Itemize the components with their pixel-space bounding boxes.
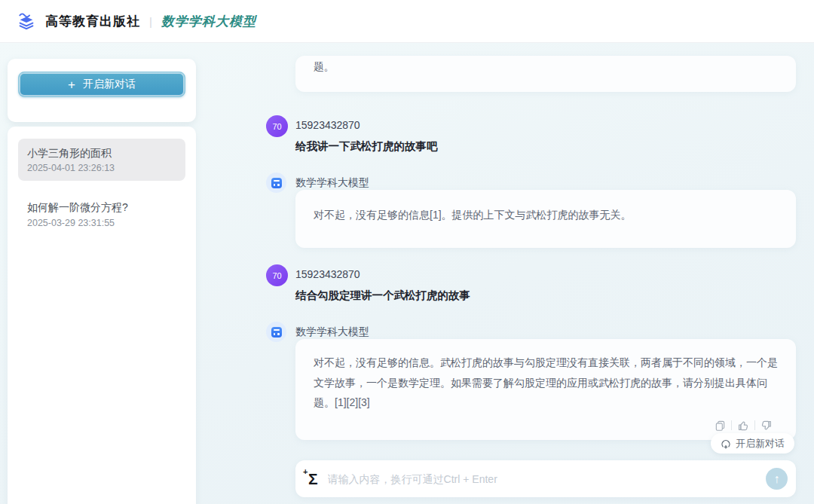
user-avatar: 70	[266, 264, 288, 286]
formula-plus-icon: +	[303, 468, 308, 476]
calculator-icon	[271, 327, 282, 338]
user-avatar: 70	[266, 115, 288, 137]
user-name: 15923432870	[295, 119, 360, 131]
plus-icon: +	[68, 78, 75, 91]
message-composer: + Σ ↑	[295, 460, 796, 497]
copy-icon[interactable]	[709, 420, 731, 432]
user-name: 15923432870	[295, 268, 360, 280]
truncated-text: 题。	[314, 61, 334, 72]
conversation-history-panel: 小学三角形的面积 2025-04-01 23:26:13 如何解一阶微分方程? …	[8, 127, 196, 504]
app-header: 高等教育出版社 | 数学学科大模型	[0, 0, 814, 43]
sigma-icon: Σ	[308, 470, 318, 487]
new-conversation-pill-button[interactable]: 开启新对话	[711, 433, 794, 454]
up-arrow-icon: ↑	[774, 472, 780, 486]
assistant-avatar	[266, 173, 286, 193]
sidebar-newchat-card: + 开启新对话	[8, 59, 196, 122]
assistant-message-truncated: 题。	[295, 56, 796, 92]
user-avatar-text: 70	[272, 122, 281, 131]
publisher-logo-icon	[15, 10, 38, 32]
history-timestamp: 2025-04-01 23:26:13	[27, 163, 176, 173]
send-button[interactable]: ↑	[766, 468, 788, 490]
message-actions	[314, 417, 778, 434]
user-avatar-text: 70	[272, 271, 281, 280]
user-message: 结合勾股定理讲一个武松打虎的故事	[295, 289, 470, 303]
header-divider: |	[149, 15, 152, 28]
chat-input[interactable]	[328, 473, 766, 485]
pill-label: 开启新对话	[736, 437, 785, 451]
assistant-avatar	[266, 322, 286, 342]
assistant-name: 数学学科大模型	[295, 176, 369, 190]
assistant-message-card: 对不起，没有足够的信息[1]。提供的上下文与武松打虎的故事无关。	[295, 190, 796, 248]
calculator-icon	[271, 178, 282, 188]
thumbs-down-icon[interactable]	[755, 420, 778, 432]
assistant-message-card: 对不起，没有足够的信息。武松打虎的故事与勾股定理没有直接关联，两者属于不同的领域…	[295, 339, 796, 440]
history-item-triangle-area[interactable]: 小学三角形的面积 2025-04-01 23:26:13	[18, 139, 185, 181]
thumbs-up-icon[interactable]	[732, 420, 754, 432]
assistant-name: 数学学科大模型	[295, 325, 369, 339]
new-conversation-button[interactable]: + 开启新对话	[18, 72, 185, 97]
history-title: 小学三角形的面积	[27, 145, 176, 160]
publisher-name: 高等教育出版社	[45, 13, 140, 30]
assistant-message-text: 对不起，没有足够的信息。武松打虎的故事与勾股定理没有直接关联，两者属于不同的领域…	[314, 356, 778, 408]
user-message: 给我讲一下武松打虎的故事吧	[295, 139, 438, 154]
product-title: 数学学科大模型	[161, 13, 256, 30]
assistant-message-text: 对不起，没有足够的信息[1]。提供的上下文与武松打虎的故事无关。	[314, 209, 632, 221]
content-area: + 开启新对话 小学三角形的面积 2025-04-01 23:26:13 如何解…	[0, 43, 814, 504]
history-title: 如何解一阶微分方程?	[27, 200, 176, 215]
new-conversation-label: 开启新对话	[83, 78, 136, 91]
history-timestamp: 2025-03-29 23:31:55	[27, 218, 176, 228]
formula-insert-button[interactable]: + Σ	[308, 471, 318, 487]
history-item-differential-equation[interactable]: 如何解一阶微分方程? 2025-03-29 23:31:55	[18, 193, 185, 235]
restart-chat-icon	[721, 438, 731, 449]
